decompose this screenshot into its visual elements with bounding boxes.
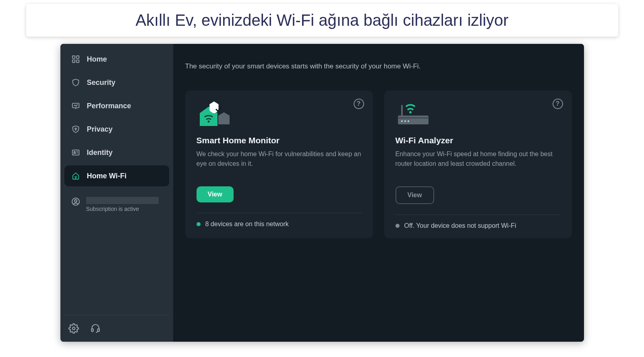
sidebar-footer bbox=[64, 315, 169, 334]
card-status: 8 devices are on this network bbox=[197, 221, 362, 228]
card-divider bbox=[396, 215, 561, 215]
sidebar-item-label: Performance bbox=[87, 102, 131, 110]
card-divider bbox=[197, 213, 362, 213]
sidebar-item-security[interactable]: Security bbox=[64, 72, 169, 93]
card-wifi-analyzer: ? bbox=[384, 91, 572, 238]
svg-rect-21 bbox=[398, 117, 429, 119]
svg-rect-1 bbox=[76, 56, 79, 58]
svg-point-24 bbox=[408, 120, 409, 122]
shield-icon bbox=[71, 78, 81, 87]
svg-point-23 bbox=[404, 120, 406, 122]
svg-point-19 bbox=[207, 121, 209, 123]
card-description: Enhance your Wi-Fi speed at home finding… bbox=[396, 149, 561, 178]
svg-rect-20 bbox=[398, 116, 429, 124]
sidebar-account[interactable]: Subscription is active bbox=[64, 191, 169, 218]
svg-point-6 bbox=[75, 128, 77, 130]
sidebar-item-home[interactable]: Home bbox=[64, 49, 169, 70]
caption-text: Akıllı Ev, evinizdeki Wi-Fi ağına bağlı … bbox=[135, 11, 508, 29]
svg-point-13 bbox=[75, 200, 77, 202]
home-grid-icon bbox=[71, 54, 81, 64]
status-dot-icon bbox=[396, 224, 400, 228]
main-content: The security of your smart devices start… bbox=[173, 44, 584, 342]
nav-list: Home Security Performance bbox=[64, 49, 169, 218]
sidebar-item-label: Home Wi-Fi bbox=[87, 172, 127, 180]
button-label: View bbox=[408, 192, 422, 199]
help-icon[interactable]: ? bbox=[354, 99, 364, 109]
card-status: Off. Your device does not support Wi-Fi bbox=[396, 222, 561, 229]
view-button[interactable]: View bbox=[197, 186, 234, 202]
smart-home-icon bbox=[197, 101, 233, 129]
help-label: ? bbox=[556, 100, 560, 107]
card-description: We check your home Wi-Fi for vulnerabili… bbox=[197, 149, 362, 178]
svg-rect-15 bbox=[91, 329, 93, 332]
id-card-icon bbox=[71, 148, 81, 157]
app-window: Home Security Performance bbox=[60, 44, 584, 342]
svg-rect-0 bbox=[72, 56, 75, 58]
svg-marker-17 bbox=[218, 112, 230, 124]
account-info: Subscription is active bbox=[86, 197, 159, 212]
sidebar-item-privacy[interactable]: Privacy bbox=[64, 119, 169, 140]
performance-icon bbox=[71, 101, 81, 111]
page-title bbox=[185, 48, 572, 60]
card-title: Smart Home Monitor bbox=[197, 136, 362, 145]
svg-point-11 bbox=[75, 177, 76, 178]
router-icon bbox=[396, 101, 432, 129]
card-title: Wi-Fi Analyzer bbox=[396, 136, 561, 145]
status-dot-icon bbox=[197, 222, 201, 226]
button-label: View bbox=[208, 191, 222, 198]
house-wifi-icon bbox=[71, 171, 81, 181]
main-header: The security of your smart devices start… bbox=[185, 44, 572, 80]
caption-banner: Akıllı Ev, evinizdeki Wi-Fi ağına bağlı … bbox=[26, 4, 618, 37]
account-name-redacted bbox=[86, 197, 159, 204]
svg-rect-25 bbox=[401, 105, 403, 116]
svg-rect-16 bbox=[97, 329, 99, 332]
status-text: Off. Your device does not support Wi-Fi bbox=[404, 222, 516, 229]
view-button[interactable]: View bbox=[396, 186, 434, 204]
svg-rect-3 bbox=[76, 60, 79, 62]
svg-rect-2 bbox=[72, 60, 75, 62]
card-smart-home-monitor: ? Smart Home Monitor bbox=[185, 91, 373, 238]
help-icon[interactable]: ? bbox=[553, 99, 563, 109]
user-circle-icon bbox=[71, 197, 81, 206]
sidebar: Home Security Performance bbox=[60, 44, 173, 342]
svg-point-26 bbox=[409, 111, 412, 113]
gear-icon[interactable] bbox=[68, 323, 79, 334]
svg-point-8 bbox=[74, 151, 75, 153]
sidebar-item-performance[interactable]: Performance bbox=[64, 95, 169, 116]
status-text: 8 devices are on this network bbox=[205, 221, 289, 228]
svg-point-14 bbox=[72, 327, 75, 330]
svg-rect-7 bbox=[72, 150, 79, 155]
page-subtitle: The security of your smart devices start… bbox=[185, 62, 572, 70]
sidebar-item-label: Security bbox=[87, 78, 116, 87]
privacy-shield-icon bbox=[71, 124, 81, 134]
svg-point-22 bbox=[401, 120, 403, 122]
cards-row: ? Smart Home Monitor bbox=[185, 91, 572, 238]
help-label: ? bbox=[357, 100, 361, 107]
sidebar-item-home-wifi[interactable]: Home Wi-Fi bbox=[64, 165, 169, 186]
headset-icon[interactable] bbox=[90, 323, 101, 334]
sidebar-item-label: Home bbox=[87, 55, 107, 64]
sidebar-item-identity[interactable]: Identity bbox=[64, 142, 169, 163]
subscription-status: Subscription is active bbox=[86, 206, 159, 212]
sidebar-item-label: Identity bbox=[87, 149, 113, 157]
sidebar-item-label: Privacy bbox=[87, 125, 113, 134]
